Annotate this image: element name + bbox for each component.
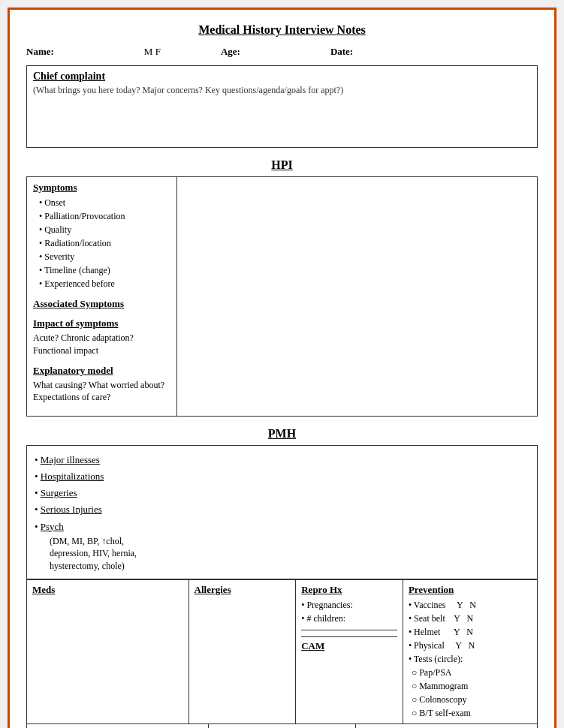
explanatory-text: What causing? What worried about? Expect… — [33, 379, 170, 405]
associated-symptoms-title: Associated Symptoms — [33, 298, 170, 310]
associated-symptoms-section: Associated Symptoms — [33, 298, 170, 310]
list-item: • Vaccines Y N — [409, 598, 532, 612]
list-item: B/T self-exam — [412, 706, 532, 720]
list-item: • Physical Y N — [409, 639, 532, 652]
page: Medical History Interview Notes Name: M … — [8, 8, 556, 728]
explanatory-title: Explanatory model — [33, 365, 170, 377]
chief-complaint-title: Chief complaint — [33, 71, 531, 83]
list-item: Severity — [39, 250, 170, 263]
table-row-1: Meds Allergies Repro Hx Pregnancies: # c… — [27, 579, 537, 723]
tests-list: Pap/PSA Mammogram Colonoscopy B/T self-e… — [409, 666, 532, 720]
pmh-box: Major illnesses Hospitalizations Surgeri… — [26, 445, 538, 579]
list-item: Quality — [39, 223, 170, 236]
pmh-heading: PMH — [26, 427, 538, 441]
list-item: Timeline (change) — [39, 263, 170, 277]
separator — [301, 630, 397, 630]
prevention-title: Prevention — [409, 584, 532, 596]
date-label: Date: — [330, 46, 353, 58]
list-item: Pap/PSA — [412, 666, 532, 679]
list-item: Radiation/location — [39, 236, 170, 250]
list-item: Pregnancies: — [301, 598, 397, 612]
page-title: Medical History Interview Notes — [26, 23, 538, 37]
tests-title: • Tests (circle): — [409, 652, 532, 666]
list-item: • Seat belt Y N — [409, 612, 532, 625]
occ-cell: Occ/Environ (exposures,functional limita… — [209, 724, 356, 728]
symptoms-list: Onset Palliation/Provocation Quality Rad… — [33, 196, 170, 290]
mf-label: M F — [144, 46, 161, 58]
serious-injuries: Serious Injuries — [41, 504, 102, 515]
name-label: Name: — [26, 46, 54, 58]
pmh-list: Major illnesses Hospitalizations Surgeri… — [35, 452, 529, 534]
major-illnesses: Major illnesses — [41, 454, 100, 465]
hospitalizations: Hospitalizations — [41, 471, 104, 482]
cam-section: CAM — [301, 636, 397, 652]
list-item: # children: — [301, 612, 397, 625]
list-item: Major illnesses — [35, 452, 529, 468]
hpi-box: Symptoms Onset Palliation/Provocation Qu… — [26, 176, 538, 417]
domestic-cell: Domestic violence (hurt/threatened at ho… — [356, 724, 537, 728]
repro-title: Repro Hx — [301, 584, 397, 596]
list-item: Serious Injuries — [35, 501, 529, 518]
impact-title: Impact of symptoms — [33, 317, 170, 329]
hpi-left-column: Symptoms Onset Palliation/Provocation Qu… — [27, 177, 177, 416]
chief-complaint-box: Chief complaint (What brings you here to… — [26, 65, 538, 148]
list-item: Surgeries — [35, 485, 529, 501]
explanatory-section: Explanatory model What causing? What wor… — [33, 365, 170, 405]
meds-title: Meds — [32, 584, 183, 596]
list-item: Palliation/Provocation — [39, 209, 170, 223]
impact-section: Impact of symptoms Acute? Chronic adapta… — [33, 317, 170, 357]
age-label: Age: — [221, 46, 240, 58]
list-item: Experienced before — [39, 277, 170, 290]
list-item: Onset — [39, 196, 170, 209]
bottom-table: Meds Allergies Repro Hx Pregnancies: # c… — [26, 579, 538, 728]
repro-cell: Repro Hx Pregnancies: # children: CAM — [296, 580, 403, 723]
list-item: • Helmet Y N — [409, 625, 532, 639]
hpi-right-column — [177, 177, 537, 416]
prevention-cell: Prevention • Vaccines Y N • Seat belt Y … — [403, 580, 537, 723]
table-row-2: Sexual History Active? Y N With? M W B O… — [27, 723, 537, 728]
list-item: Psych — [35, 519, 529, 535]
prevention-items: • Vaccines Y N • Seat belt Y N • Helmet … — [409, 598, 532, 720]
impact-text: Acute? Chronic adaptation?Functional imp… — [33, 332, 170, 357]
list-item: Hospitalizations — [35, 468, 529, 485]
cam-title: CAM — [301, 640, 397, 652]
allergies-title: Allergies — [195, 584, 291, 596]
repro-list: Pregnancies: # children: — [301, 598, 397, 625]
psych-detail: (DM, MI, BP, ↑chol,depression, HIV, hern… — [35, 535, 529, 573]
hpi-heading: HPI — [26, 158, 538, 172]
sexual-cell: Sexual History Active? Y N With? M W B — [27, 724, 209, 728]
meds-cell: Meds — [27, 580, 189, 723]
chief-complaint-subtitle: (What brings you here today? Major conce… — [33, 85, 531, 96]
psych: Psych — [41, 521, 64, 532]
list-item: Mammogram — [412, 679, 532, 693]
surgeries: Surgeries — [41, 487, 77, 498]
list-item: Colonoscopy — [412, 693, 532, 706]
header-row: Name: M F Age: Date: — [26, 46, 538, 58]
symptoms-title: Symptoms — [33, 182, 170, 194]
allergies-cell: Allergies — [189, 580, 297, 723]
